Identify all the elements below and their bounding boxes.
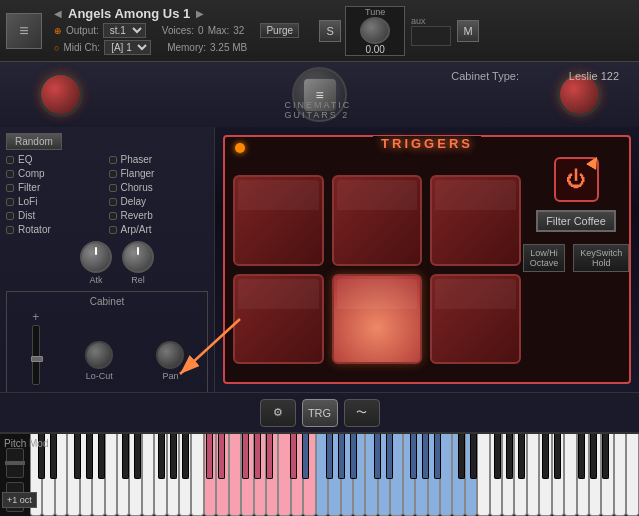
black-key[interactable] bbox=[506, 434, 513, 479]
black-key[interactable] bbox=[182, 434, 189, 479]
black-key[interactable] bbox=[578, 434, 585, 479]
black-key[interactable] bbox=[302, 434, 309, 479]
purge-button[interactable]: Purge bbox=[260, 23, 299, 38]
black-key[interactable] bbox=[386, 434, 393, 479]
white-key[interactable] bbox=[105, 434, 117, 516]
low-hi-switch[interactable]: Low/Hi Octave bbox=[523, 244, 566, 272]
black-key[interactable] bbox=[290, 434, 297, 479]
left-speaker-knob[interactable] bbox=[38, 72, 83, 117]
fx-dist[interactable]: Dist bbox=[6, 210, 106, 221]
black-key[interactable] bbox=[350, 434, 357, 479]
fx-flanger[interactable]: Flanger bbox=[109, 168, 209, 179]
white-key[interactable] bbox=[229, 434, 241, 516]
locut-knob[interactable] bbox=[85, 341, 113, 369]
black-key[interactable] bbox=[242, 434, 249, 479]
fx-chorus[interactable]: Chorus bbox=[109, 182, 209, 193]
black-key[interactable] bbox=[266, 434, 273, 479]
fx-arp[interactable]: Arp/Art bbox=[109, 224, 209, 235]
tab-triggers[interactable]: TRG bbox=[302, 399, 338, 427]
black-key[interactable] bbox=[326, 434, 333, 479]
keyswitch-label: KeySwitch bbox=[580, 248, 622, 258]
black-key[interactable] bbox=[518, 434, 525, 479]
voices-value: 0 bbox=[198, 25, 204, 36]
white-key[interactable] bbox=[614, 434, 626, 516]
fx-filter[interactable]: Filter bbox=[6, 182, 106, 193]
fx-phaser-dot bbox=[109, 156, 117, 164]
black-key[interactable] bbox=[494, 434, 501, 479]
pan-knob[interactable] bbox=[156, 341, 184, 369]
white-key[interactable] bbox=[440, 434, 452, 516]
fx-comp[interactable]: Comp bbox=[6, 168, 106, 179]
white-key[interactable] bbox=[564, 434, 576, 516]
s-button[interactable]: S bbox=[319, 20, 341, 42]
top-bar-right: S Tune 0.00 aux M bbox=[313, 0, 485, 61]
octave-label: Octave bbox=[530, 258, 559, 268]
black-key[interactable] bbox=[602, 434, 609, 479]
black-key[interactable] bbox=[542, 434, 549, 479]
top-bar: ≡ ◀ Angels Among Us 1 ▶ ⊕ Output: st.1 V… bbox=[0, 0, 639, 62]
black-key[interactable] bbox=[74, 434, 81, 479]
black-key[interactable] bbox=[98, 434, 105, 479]
white-key[interactable] bbox=[527, 434, 539, 516]
pad-1[interactable] bbox=[233, 175, 324, 266]
black-key[interactable] bbox=[206, 434, 213, 479]
keyswitch-hold-switch[interactable]: KeySwitch Hold bbox=[573, 244, 629, 272]
black-key[interactable] bbox=[50, 434, 57, 479]
black-key[interactable] bbox=[218, 434, 225, 479]
fx-rotator[interactable]: Rotator bbox=[6, 224, 106, 235]
fx-phaser[interactable]: Phaser bbox=[109, 154, 209, 165]
black-key[interactable] bbox=[470, 434, 477, 479]
fx-delay[interactable]: Delay bbox=[109, 196, 209, 207]
white-key[interactable] bbox=[477, 434, 489, 516]
black-key[interactable] bbox=[374, 434, 381, 479]
black-key[interactable] bbox=[254, 434, 261, 479]
instrument-name-text: Angels Among Us 1 bbox=[68, 6, 190, 21]
black-key[interactable] bbox=[410, 434, 417, 479]
tab-wave[interactable]: 〜 bbox=[344, 399, 380, 427]
black-key[interactable] bbox=[338, 434, 345, 479]
black-key[interactable] bbox=[554, 434, 561, 479]
nav-prev[interactable]: ◀ bbox=[54, 8, 62, 19]
black-key[interactable] bbox=[458, 434, 465, 479]
rel-knob[interactable] bbox=[122, 241, 154, 273]
fx-reverb[interactable]: Reverb bbox=[109, 210, 209, 221]
midi-select[interactable]: [A] 1 bbox=[104, 40, 151, 55]
kontakt-logo: ≡ bbox=[6, 13, 42, 49]
m-button[interactable]: M bbox=[457, 20, 479, 42]
black-key[interactable] bbox=[590, 434, 597, 479]
atk-knob[interactable] bbox=[80, 241, 112, 273]
aux-label: aux bbox=[411, 16, 451, 26]
pad-3[interactable] bbox=[430, 175, 521, 266]
black-key[interactable] bbox=[158, 434, 165, 479]
nav-next[interactable]: ▶ bbox=[196, 8, 204, 19]
pan-label: Pan bbox=[162, 371, 178, 381]
black-key[interactable] bbox=[434, 434, 441, 479]
tab-settings[interactable]: ⚙ bbox=[260, 399, 296, 427]
fx-lofi[interactable]: LoFi bbox=[6, 196, 106, 207]
octave-button[interactable]: +1 oct bbox=[2, 492, 37, 508]
pad-5[interactable] bbox=[332, 274, 423, 365]
black-key[interactable] bbox=[134, 434, 141, 479]
white-key[interactable] bbox=[626, 434, 638, 516]
black-key[interactable] bbox=[122, 434, 129, 479]
black-key[interactable] bbox=[86, 434, 93, 479]
black-key[interactable] bbox=[170, 434, 177, 479]
white-key[interactable] bbox=[191, 434, 203, 516]
filter-coffee-button[interactable]: Filter Coffee bbox=[536, 210, 616, 232]
power-spark bbox=[585, 154, 601, 170]
pad-6[interactable] bbox=[430, 274, 521, 365]
black-key[interactable] bbox=[422, 434, 429, 479]
white-key[interactable] bbox=[142, 434, 154, 516]
pad-4[interactable] bbox=[233, 274, 324, 365]
fx-eq[interactable]: EQ bbox=[6, 154, 106, 165]
vol-plus[interactable]: + bbox=[32, 311, 39, 323]
vol-slider-track[interactable] bbox=[32, 325, 40, 385]
random-button[interactable]: Random bbox=[6, 133, 62, 150]
pad-2[interactable] bbox=[332, 175, 423, 266]
output-select[interactable]: st.1 bbox=[103, 23, 146, 38]
tune-knob[interactable] bbox=[360, 17, 390, 44]
fx-lofi-dot bbox=[6, 198, 14, 206]
pitch-slider-1[interactable] bbox=[6, 448, 24, 478]
fx-eq-dot bbox=[6, 156, 14, 164]
white-key[interactable] bbox=[278, 434, 290, 516]
